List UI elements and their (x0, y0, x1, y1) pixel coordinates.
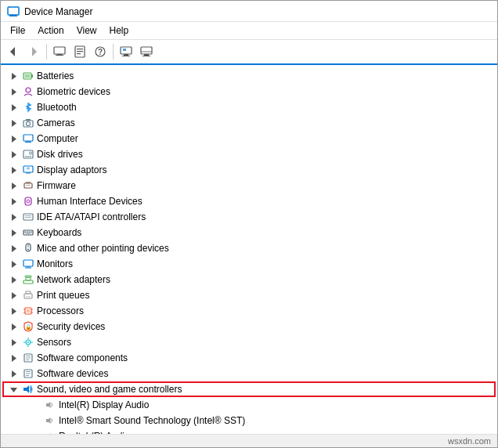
icon-display (22, 164, 34, 176)
label-mice: Mice and other pointing devices (37, 243, 169, 254)
tree-item-sound[interactable]: Sound, video and game controllers (1, 381, 497, 397)
svg-marker-52 (12, 214, 16, 221)
expand-sound[interactable] (7, 383, 20, 396)
tree-item-computer[interactable]: Computer (1, 131, 497, 146)
tree-item-sound-display-audio[interactable]: Intel(R) Display Audio (1, 397, 497, 413)
svg-marker-26 (12, 89, 16, 96)
tree-item-bluetooth[interactable]: Bluetooth (1, 99, 497, 115)
title-bar: Device Manager (1, 1, 497, 22)
device-tree: BatteriesBiometric devicesBluetoothCamer… (1, 65, 497, 434)
expand-software-dev[interactable] (7, 367, 20, 380)
menu-view[interactable]: View (70, 23, 103, 38)
label-bluetooth: Bluetooth (37, 102, 77, 113)
properties-button[interactable] (70, 42, 89, 61)
expand-network[interactable] (7, 273, 20, 286)
icon-biometric (22, 85, 34, 98)
expand-batteries[interactable] (7, 70, 20, 82)
svg-marker-22 (12, 73, 16, 80)
expand-mice[interactable] (7, 242, 20, 255)
menu-file[interactable]: File (4, 23, 31, 38)
tree-item-hid[interactable]: Human Interface Devices (1, 193, 497, 209)
expand-disk[interactable] (7, 148, 20, 161)
svg-rect-39 (25, 156, 31, 157)
expand-ide[interactable] (7, 211, 20, 223)
tree-item-network[interactable]: Network adapters (1, 272, 497, 287)
menu-help[interactable]: Help (103, 23, 135, 38)
expand-print[interactable] (7, 289, 20, 302)
expand-processors[interactable] (7, 305, 20, 317)
svg-rect-105 (26, 375, 29, 376)
tree-item-security[interactable]: 🔒Security devices (1, 319, 497, 334)
icon-sound-display-audio (44, 399, 56, 411)
tree-item-software-comp[interactable]: Software components (1, 350, 497, 366)
svg-text:🔒: 🔒 (25, 323, 32, 331)
svg-rect-15 (124, 54, 128, 56)
help-button[interactable]: ? (91, 42, 110, 61)
svg-rect-103 (26, 371, 31, 372)
svg-rect-107 (23, 388, 27, 391)
back-button[interactable] (4, 42, 23, 61)
svg-point-31 (27, 122, 31, 126)
expand-keyboards[interactable] (7, 226, 20, 239)
label-sound-display-audio: Intel(R) Display Audio (59, 399, 149, 410)
expand-monitors[interactable] (7, 258, 20, 270)
label-print: Print queues (37, 290, 89, 301)
device-manager-button[interactable] (117, 42, 135, 61)
svg-point-51 (27, 200, 30, 203)
tree-item-mice[interactable]: Mice and other pointing devices (1, 240, 497, 256)
tree-item-software-dev[interactable]: Software devices (1, 366, 497, 381)
svg-rect-73 (26, 277, 31, 280)
expand-computer[interactable] (7, 132, 20, 145)
expand-bluetooth[interactable] (7, 101, 20, 114)
label-ide: IDE ATA/ATAPI controllers (37, 211, 146, 222)
svg-rect-32 (26, 119, 31, 121)
tree-item-batteries[interactable]: Batteries (1, 68, 497, 84)
svg-rect-77 (26, 291, 31, 294)
label-network: Network adapters (37, 274, 110, 285)
tree-item-cameras[interactable]: Cameras (1, 115, 497, 131)
device-manager-window: Device Manager File Action View Help (0, 0, 498, 448)
svg-rect-55 (25, 217, 31, 218)
svg-marker-29 (12, 120, 16, 127)
icon-keyboards (22, 226, 34, 239)
svg-rect-36 (25, 142, 31, 143)
tree-item-sound-smart[interactable]: Intel® Smart Sound Technology (Intel® SS… (1, 413, 497, 428)
expand-security[interactable] (7, 320, 20, 333)
tree-item-sound-realtek[interactable]: Realtek(R) Audio (1, 428, 497, 434)
tree-item-disk[interactable]: Disk drives (1, 146, 497, 162)
svg-rect-16 (122, 56, 130, 56)
svg-marker-37 (12, 151, 16, 158)
tree-item-display[interactable]: Display adaptors (1, 162, 497, 178)
svg-marker-28 (12, 104, 16, 111)
expand-software-comp[interactable] (7, 352, 20, 364)
expand-biometric[interactable] (7, 85, 20, 98)
svg-rect-61 (31, 232, 32, 233)
icon-sensors (22, 336, 34, 349)
expand-cameras[interactable] (7, 117, 20, 129)
forward-button[interactable] (24, 42, 43, 61)
svg-marker-101 (12, 370, 16, 378)
expand-firmware[interactable] (7, 179, 20, 192)
tree-item-sensors[interactable]: Sensors (1, 334, 497, 350)
tree-item-keyboards[interactable]: Keyboards (1, 225, 497, 240)
expand-sensors[interactable] (7, 336, 20, 349)
tree-item-biometric[interactable]: Biometric devices (1, 84, 497, 99)
svg-point-66 (27, 249, 29, 251)
show-monitor-button[interactable] (137, 42, 156, 61)
icon-sound-smart (44, 414, 56, 427)
tree-item-processors[interactable]: Processors (1, 303, 497, 319)
computer-view-button[interactable] (50, 42, 69, 61)
tree-item-monitors[interactable]: Monitors (1, 256, 497, 272)
expand-hid[interactable] (7, 195, 20, 208)
menu-action[interactable]: Action (31, 23, 70, 38)
svg-marker-80 (12, 308, 16, 315)
tree-item-print[interactable]: Print queues (1, 287, 497, 303)
expand-display[interactable] (7, 164, 20, 176)
svg-marker-63 (12, 245, 16, 252)
computer-view-icon (53, 45, 66, 58)
svg-rect-60 (29, 232, 31, 233)
icon-sound (22, 383, 34, 396)
tree-item-ide[interactable]: IDE ATA/ATAPI controllers (1, 209, 497, 225)
tree-item-firmware[interactable]: Firmware (1, 178, 497, 193)
label-software-comp: Software components (37, 352, 128, 363)
